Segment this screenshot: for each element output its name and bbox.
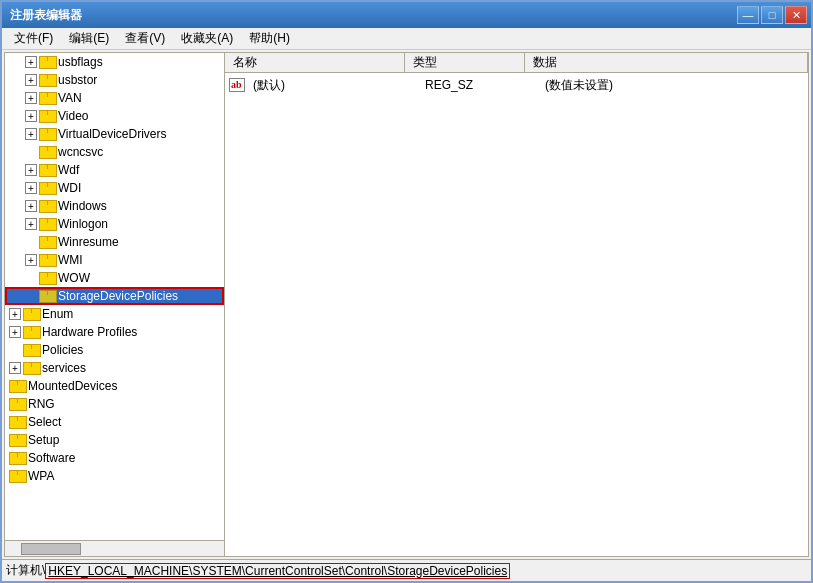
hscroll-bar [5, 541, 224, 556]
reg-type-icon: ab [229, 78, 245, 92]
tree-node-services[interactable]: + services [5, 359, 224, 377]
folder-icon [39, 145, 55, 159]
minimize-button[interactable]: — [737, 6, 759, 24]
menubar: 文件(F) 编辑(E) 查看(V) 收藏夹(A) 帮助(H) [2, 28, 811, 50]
tree-node-software[interactable]: Software [5, 449, 224, 467]
folder-icon [39, 199, 55, 213]
folder-icon [23, 343, 39, 357]
expand-icon-enum[interactable]: + [9, 308, 21, 320]
title-bar: 注册表编辑器 — □ ✕ [2, 2, 811, 28]
folder-icon [23, 361, 39, 375]
tree-node-storagedevicepolicies[interactable]: StorageDevicePolicies [5, 287, 224, 305]
folder-icon [9, 397, 25, 411]
expand-placeholder [25, 290, 37, 302]
column-data-header[interactable]: 数据 [525, 53, 808, 72]
folder-icon [39, 271, 55, 285]
expand-icon-van[interactable]: + [25, 92, 37, 104]
menu-help[interactable]: 帮助(H) [241, 28, 298, 49]
registry-row-default[interactable]: ab (默认) REG_SZ (数值未设置) [225, 75, 808, 95]
window-title: 注册表编辑器 [10, 7, 82, 24]
column-type-header[interactable]: 类型 [405, 53, 525, 72]
menu-view[interactable]: 查看(V) [117, 28, 173, 49]
menu-edit[interactable]: 编辑(E) [61, 28, 117, 49]
tree-node-video[interactable]: + Video [5, 107, 224, 125]
hscroll-thumb[interactable] [21, 543, 81, 555]
close-button[interactable]: ✕ [785, 6, 807, 24]
expand-icon-winlogon[interactable]: + [25, 218, 37, 230]
reg-entry-name: (默认) [249, 77, 425, 94]
tree-node-setup[interactable]: Setup [5, 431, 224, 449]
folder-icon [39, 55, 55, 69]
column-name-header[interactable]: 名称 [225, 53, 405, 72]
folder-icon [9, 415, 25, 429]
tree-node-wcncsvc[interactable]: wcncsvc [5, 143, 224, 161]
folder-icon [39, 289, 55, 303]
column-header: 名称 类型 数据 [225, 53, 808, 73]
status-prefix: 计算机\ [6, 562, 45, 579]
status-path[interactable]: HKEY_LOCAL_MACHINE\SYSTEM\CurrentControl… [45, 563, 510, 579]
tree-node-mounteddevices[interactable]: MountedDevices [5, 377, 224, 395]
tree-node-wmi[interactable]: + WMI [5, 251, 224, 269]
expand-icon-video[interactable]: + [25, 110, 37, 122]
tree-node-virtualdevicedrivers[interactable]: + VirtualDeviceDrivers [5, 125, 224, 143]
expand-placeholder [25, 146, 37, 158]
expand-icon-usbstor[interactable]: + [25, 74, 37, 86]
status-bar: 计算机\ HKEY_LOCAL_MACHINE\SYSTEM\CurrentCo… [2, 559, 811, 581]
folder-icon [39, 91, 55, 105]
folder-icon [9, 433, 25, 447]
right-pane: 名称 类型 数据 ab (默认) REG_SZ (数值未设置) [225, 53, 808, 556]
tree-node-select[interactable]: Select [5, 413, 224, 431]
tree-node-van[interactable]: + VAN [5, 89, 224, 107]
tree-scroll[interactable]: + usbflags + usbstor + VAN + Vid [5, 53, 224, 540]
expand-icon-wdi[interactable]: + [25, 182, 37, 194]
tree-node-winresume[interactable]: Winresume [5, 233, 224, 251]
expand-icon-hwprofiles[interactable]: + [9, 326, 21, 338]
tree-node-rng[interactable]: RNG [5, 395, 224, 413]
folder-icon [39, 73, 55, 87]
menu-file[interactable]: 文件(F) [6, 28, 61, 49]
tree-pane: + usbflags + usbstor + VAN + Vid [5, 53, 225, 556]
folder-icon [39, 235, 55, 249]
folder-icon [9, 379, 25, 393]
expand-placeholder [25, 272, 37, 284]
tree-node-usbstor[interactable]: + usbstor [5, 71, 224, 89]
registry-content: ab (默认) REG_SZ (数值未设置) [225, 73, 808, 556]
tree-node-policies[interactable]: Policies [5, 341, 224, 359]
maximize-button[interactable]: □ [761, 6, 783, 24]
expand-icon-vdd[interactable]: + [25, 128, 37, 140]
expand-icon-services[interactable]: + [9, 362, 21, 374]
folder-icon [39, 217, 55, 231]
folder-icon [23, 325, 39, 339]
expand-icon-usbflags[interactable]: + [25, 56, 37, 68]
expand-icon-wdf[interactable]: + [25, 164, 37, 176]
folder-icon [39, 181, 55, 195]
expand-icon-wmi[interactable]: + [25, 254, 37, 266]
expand-placeholder [9, 344, 21, 356]
tree-node-wdf[interactable]: + Wdf [5, 161, 224, 179]
folder-icon [39, 253, 55, 267]
tree-node-windows[interactable]: + Windows [5, 197, 224, 215]
tree-node-winlogon[interactable]: + Winlogon [5, 215, 224, 233]
main-area: + usbflags + usbstor + VAN + Vid [4, 52, 809, 557]
tree-node-wpa[interactable]: WPA [5, 467, 224, 485]
tree-node-enum[interactable]: + Enum [5, 305, 224, 323]
menu-favorites[interactable]: 收藏夹(A) [173, 28, 241, 49]
folder-icon [23, 307, 39, 321]
reg-entry-data: (数值未设置) [545, 77, 808, 94]
expand-icon-windows[interactable]: + [25, 200, 37, 212]
tree-node-hardwareprofiles[interactable]: + Hardware Profiles [5, 323, 224, 341]
reg-entry-type: REG_SZ [425, 78, 545, 92]
tree-horizontal-scrollbar[interactable] [5, 540, 224, 556]
window-controls: — □ ✕ [737, 6, 807, 24]
registry-editor-window: 注册表编辑器 — □ ✕ 文件(F) 编辑(E) 查看(V) 收藏夹(A) 帮助… [0, 0, 813, 583]
folder-icon [9, 451, 25, 465]
folder-icon [39, 127, 55, 141]
folder-icon [39, 109, 55, 123]
folder-icon [39, 163, 55, 177]
folder-icon [9, 469, 25, 483]
tree-node-wdi[interactable]: + WDI [5, 179, 224, 197]
expand-placeholder [25, 236, 37, 248]
tree-node-usbflags[interactable]: + usbflags [5, 53, 224, 71]
tree-node-wow[interactable]: WOW [5, 269, 224, 287]
